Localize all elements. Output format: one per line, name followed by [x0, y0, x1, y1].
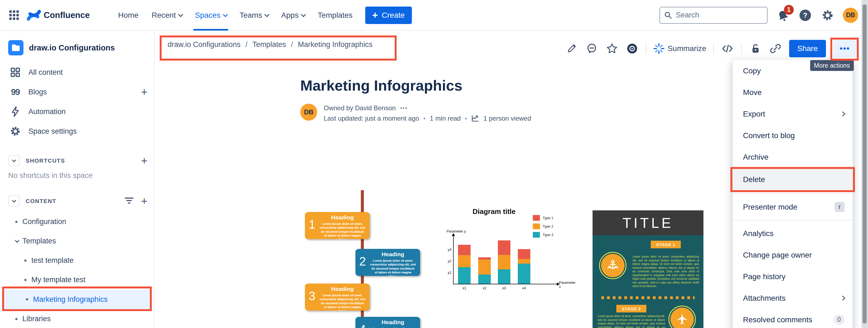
menu-item-page-history[interactable]: Page history: [733, 266, 853, 287]
top-navigation-bar: Confluence HomeRecentSpacesTeamsAppsTemp…: [0, 0, 868, 31]
bar-segment-type-1-x3: [498, 240, 510, 255]
breadcrumb-item-templates[interactable]: Templates: [252, 40, 286, 49]
collapse-shortcuts-button[interactable]: [8, 155, 20, 166]
grid-glyph: [8, 9, 20, 21]
menu-item-analytics[interactable]: Analytics: [733, 223, 853, 244]
menu-item-export[interactable]: Export: [733, 103, 853, 125]
scrollbar-track[interactable]: [862, 0, 868, 328]
timeline-step-4: 4HeadingLorem ipsum dolor sit amet, cons…: [355, 317, 420, 328]
sidebar-page-my-template-test[interactable]: •My template test: [0, 270, 154, 290]
star-button[interactable]: [606, 42, 619, 55]
scrollbar-thumb[interactable]: [863, 4, 867, 324]
comment-button[interactable]: [585, 42, 598, 55]
y-axis-arrow: [452, 233, 455, 236]
restrictions-button[interactable]: [749, 42, 762, 55]
step-heading: Heading: [370, 251, 416, 258]
bullet-icon: •: [10, 218, 22, 226]
y-axis-label: Parameter y: [446, 229, 466, 233]
menu-item-resolved-comments[interactable]: Resolved comments0: [733, 309, 853, 328]
app-switcher-icon[interactable]: [8, 9, 21, 22]
notifications-button[interactable]: 1: [776, 8, 790, 22]
sidebar-item-label: Space settings: [28, 127, 77, 136]
add-content-button[interactable]: +: [141, 196, 147, 206]
menu-item-badge: 0: [834, 315, 844, 325]
legend-label: Type 1: [542, 216, 553, 220]
add-shortcut-button[interactable]: +: [141, 155, 147, 166]
edit-button[interactable]: [565, 42, 578, 55]
menu-item-change-page-owner[interactable]: Change page owner: [733, 244, 853, 266]
menu-item-label: Resolved comments: [743, 316, 834, 324]
menu-item-attachments[interactable]: Attachments: [733, 287, 853, 309]
settings-button[interactable]: [820, 8, 835, 22]
last-updated-text[interactable]: Last updated: just a moment ago: [324, 114, 419, 122]
help-button[interactable]: ?: [798, 8, 812, 22]
chart-title: Diagram title: [445, 207, 543, 216]
y-tick-label: y3: [448, 248, 452, 252]
sidebar-page-label: Libraries: [22, 315, 51, 323]
poster-infographic-image[interactable]: TITLE STAGE 1 Lorem i: [593, 210, 704, 328]
sidebar-item-automation[interactable]: Automation: [0, 102, 154, 122]
sidebar-item-blogs[interactable]: 99 Blogs +: [0, 82, 154, 102]
analytics-trend-icon: [471, 115, 479, 122]
topnav-item-teams[interactable]: Teams: [234, 0, 274, 31]
legend-swatch: [533, 224, 540, 229]
sidebar-page-configuration[interactable]: •Configuration: [0, 212, 154, 231]
menu-item-presenter-mode[interactable]: Presenter moder: [733, 196, 853, 218]
topnav-item-label: Teams: [240, 11, 262, 20]
user-avatar[interactable]: DB: [843, 8, 858, 23]
people-viewed-text[interactable]: 1 person viewed: [484, 114, 531, 122]
menu-item-convert-to-blog[interactable]: Convert to blog: [733, 125, 853, 146]
bar-chart-image[interactable]: Diagram title Type 1Type 2Type 3 Paramet…: [445, 205, 570, 299]
create-button[interactable]: + Create: [365, 6, 412, 24]
sidebar-item-label: All content: [28, 68, 63, 77]
topnav-item-templates[interactable]: Templates: [312, 0, 358, 31]
menu-divider: [733, 220, 853, 221]
menu-item-move[interactable]: Move: [733, 81, 853, 103]
sidebar-item-all-content[interactable]: All content: [0, 63, 154, 82]
plane-badge: [669, 306, 696, 328]
summarize-button[interactable]: Summarize: [653, 43, 706, 54]
watch-button[interactable]: [626, 42, 639, 55]
search-input[interactable]: [659, 7, 768, 24]
more-actions-menu: CopyMoveExportConvert to blogArchiveDele…: [733, 60, 853, 328]
collapse-content-button[interactable]: [8, 195, 20, 207]
menu-item-delete[interactable]: Delete: [733, 168, 853, 191]
legend-swatch: [533, 232, 540, 238]
anchor-badge: [599, 252, 626, 279]
breadcrumb-item-draw-io-configurations[interactable]: draw.io Configurations: [167, 40, 241, 49]
share-button[interactable]: Share: [789, 40, 826, 57]
step-body-text: Lorem ipsum dolor sit amet, consectetur …: [319, 293, 366, 310]
bar-segment-type-2-x4: [518, 259, 530, 264]
space-header[interactable]: draw.io Configurations: [0, 39, 154, 57]
sidebar-page-marketing-infographics[interactable]: •Marketing Infographics: [2, 290, 152, 309]
menu-item-label: Convert to blog: [743, 131, 844, 140]
menu-item-label: Archive: [743, 153, 844, 162]
sidebar-page-templates[interactable]: Templates: [0, 231, 154, 251]
shortcuts-section-header: SHORTCUTS +: [0, 152, 154, 170]
sidebar-page-test-template[interactable]: •test template: [0, 251, 154, 270]
more-actions-button[interactable]: •••: [833, 40, 857, 57]
topnav-item-spaces[interactable]: Spaces: [189, 0, 232, 31]
chevron-down-icon: [265, 12, 270, 17]
topnav-item-recent[interactable]: Recent: [146, 0, 188, 31]
step-heading: Heading: [319, 214, 366, 221]
code-button[interactable]: [721, 42, 734, 55]
add-blog-button[interactable]: +: [141, 87, 147, 97]
sidebar-item-label: Automation: [28, 107, 66, 116]
topnav-item-home[interactable]: Home: [113, 0, 144, 31]
legend-entry-type-3: Type 3: [533, 232, 553, 238]
sidebar-page-libraries[interactable]: •Libraries: [0, 309, 154, 328]
confluence-logo-icon: [27, 9, 41, 22]
sidebar-item-space-settings[interactable]: Space settings: [0, 122, 154, 141]
copy-link-button[interactable]: [769, 42, 782, 55]
owner-menu-button[interactable]: •••: [400, 105, 407, 111]
bolt-icon: [9, 106, 21, 117]
topnav-item-apps[interactable]: Apps: [276, 0, 310, 31]
grid-icon: [9, 67, 21, 77]
breadcrumb-item-marketing-infographics[interactable]: Marketing Infographics: [298, 40, 372, 49]
stage1-text: Lorem ipsum dolor sit amet, consectetur …: [632, 255, 699, 288]
confluence-logo[interactable]: Confluence: [27, 9, 90, 22]
author-avatar[interactable]: DB: [300, 104, 317, 121]
menu-item-archive[interactable]: Archive: [733, 146, 853, 168]
filter-content-button[interactable]: [124, 196, 134, 206]
